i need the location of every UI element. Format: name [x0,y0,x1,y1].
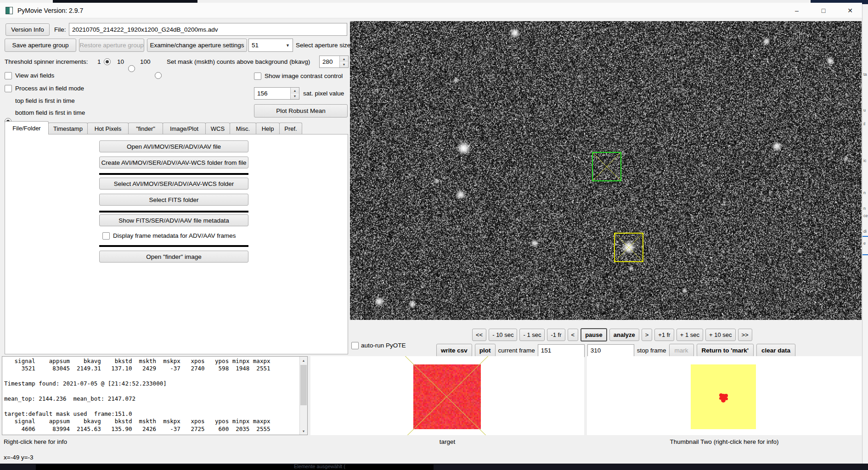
mask-spinner[interactable]: 280 ▲▼ [319,56,349,68]
select-wcs-folder-button[interactable]: Select AVI/MOV/SER/ADV/AAV-WCS folder [99,178,248,190]
forward-10-sec-button[interactable]: + 10 sec [705,329,736,341]
edge-text-fragment: ta [863,72,867,77]
write-csv-button[interactable]: write csv [436,344,472,357]
top-field-first-label: top field is first in time [15,95,75,107]
process-avi-field-mode-label: Process avi in field mode [15,82,84,95]
jump-start-button[interactable]: << [472,329,486,341]
spinner-down-icon[interactable]: ▼ [291,94,299,100]
maximize-button[interactable]: □ [813,4,834,17]
threshold-100-radio[interactable] [155,72,162,79]
tab-file-folder[interactable]: File/Folder [5,121,49,134]
taskbar-text-fragment: Elemente ausgewählt ( [294,464,345,469]
file-input[interactable]: 20210705_214222_1920x1200_G24dB_0200ms.a… [69,23,347,36]
scroll-down-icon[interactable]: ▼ [300,427,307,435]
examine-aperture-settings-button[interactable]: Examine/change aperture settings [147,39,247,52]
open-avi-file-button[interactable]: Open AVI/MOV/SER/ADV/AAV file [99,140,248,152]
plot-button[interactable]: plot [475,344,496,357]
tab-wcs[interactable]: WCS [205,123,230,134]
pause-button[interactable]: pause [581,328,607,341]
back-1-sec-button[interactable]: - 1 sec [519,329,545,341]
sat-pixel-value: 156 [254,88,290,99]
aperture-size-select[interactable]: 51 ▼ [248,39,293,52]
step-back-button[interactable]: < [568,329,579,341]
spinner-up-icon[interactable]: ▲ [340,56,348,62]
version-info-button[interactable]: Version Info [6,23,50,36]
target-thumbnail-panel[interactable] [310,356,584,435]
target-thumbnail-image[interactable] [310,356,584,435]
divider [99,245,248,247]
edge-text-fragment: e [863,241,866,246]
edge-text-fragment: ce [863,213,868,218]
scrollbar-thumb[interactable] [300,365,307,405]
tab-timestamp[interactable]: Timestamp [48,123,88,134]
plot-robust-mean-button[interactable]: Plot Robust Mean [254,104,348,118]
threshold-10-radio[interactable] [128,65,135,72]
create-wcs-folder-button[interactable]: Create AVI/MOV/SER/ADV/AAV-WCS folder fr… [99,157,248,168]
auto-run-pyote-checkbox[interactable] [351,342,359,349]
scroll-up-icon[interactable]: ▲ [300,357,307,364]
view-avi-fields-checkbox[interactable] [5,72,12,79]
analyze-button[interactable]: analyze [609,329,639,341]
tab-pref[interactable]: Pref. [279,123,302,134]
taskbar-fragment: Elemente ausgewählt ( [0,464,868,470]
process-avi-field-mode-checkbox[interactable] [5,85,12,92]
thumbnail-two-panel[interactable] [587,356,862,435]
display-frame-metadata-label: Display frame metadata for ADV/AAV frame… [113,229,236,242]
spinner-down-icon[interactable]: ▼ [340,62,348,68]
edge-accent-line [862,236,868,237]
show-image-contrast-label: Show image contrast control [265,70,343,82]
select-fits-folder-button[interactable]: Select FITS folder [99,194,248,206]
sat-pixel-spinner[interactable]: 156 ▲▼ [254,87,299,100]
log-scrollbar[interactable]: ▲ ▼ [299,357,307,435]
threshold-1-radio[interactable] [104,58,111,65]
jump-end-button[interactable]: >> [738,329,752,341]
threshold-1-label: 1 [97,56,101,68]
stop-frame-input[interactable]: 310 [587,344,634,357]
taskbar-dark-segment [36,464,434,470]
show-file-metadata-button[interactable]: Show FITS/SER/ADV/AAV file metadata [99,214,248,226]
tab-misc[interactable]: Misc. [230,123,256,134]
target-thumbnail-label: target [310,438,584,445]
edge-accent-line [862,254,868,255]
tab-help[interactable]: Help [256,123,280,134]
spinner-up-icon[interactable]: ▲ [291,88,299,94]
view-avi-fields-label: View avi fields [15,69,54,82]
sat-pixel-label: sat. pixel value [303,87,344,100]
tab-hot-pixels[interactable]: Hot Pixels [87,123,129,134]
forward-1-sec-button[interactable]: + 1 sec [676,329,703,341]
current-frame-input[interactable]: 151 [538,344,585,357]
thumbnail-two-label[interactable]: Thumbnail Two (right-click here for info… [587,438,862,445]
threshold-100-label: 100 [140,56,151,68]
back-1-frame-button[interactable]: -1 fr [547,329,565,341]
log-text: signal appsum bkavg bkstd mskth mskpx xp… [2,357,307,434]
image-display[interactable] [350,21,862,320]
mark-button[interactable]: mark [669,344,694,357]
file-label: File: [54,23,66,36]
edge-text-fragment: n [863,206,866,211]
step-forward-button[interactable]: > [642,329,653,341]
mask-value: 280 [320,56,339,67]
mask-label: Set mask (mskth) counts above background… [167,56,310,68]
close-button[interactable]: ✕ [840,4,861,17]
edge-text-fragment: n [863,190,866,195]
status-info[interactable]: Right-click here for info [4,437,67,446]
thumbnail-two-image[interactable] [587,356,862,435]
edge-text-fragment: u [863,108,866,112]
save-aperture-group-button[interactable]: Save aperture group [5,39,76,52]
return-to-mark-button[interactable]: Return to 'mark' [697,344,754,357]
minimize-button[interactable]: – [786,4,807,17]
restore-aperture-group-button[interactable]: Restore aperture group [79,39,144,52]
aperture-size-value: 51 [252,42,259,49]
tab-image-plot[interactable]: Image/Plot [163,123,206,134]
titlebar: PyMovie Version: 2.9.7 – □ ✕ [0,3,862,18]
forward-1-frame-button[interactable]: +1 fr [654,329,674,341]
open-finder-image-button[interactable]: Open "finder" image [99,251,248,263]
show-image-contrast-checkbox[interactable] [254,73,261,80]
clear-data-button[interactable]: clear data [756,344,795,357]
window-title: PyMovie Version: 2.9.7 [17,3,83,18]
starfield-image[interactable] [350,21,862,320]
display-frame-metadata-checkbox[interactable] [102,232,110,240]
back-10-sec-button[interactable]: - 10 sec [489,329,517,341]
log-panel: signal appsum bkavg bkstd mskth mskpx xp… [2,356,308,435]
tab-finder[interactable]: "finder" [128,123,163,134]
